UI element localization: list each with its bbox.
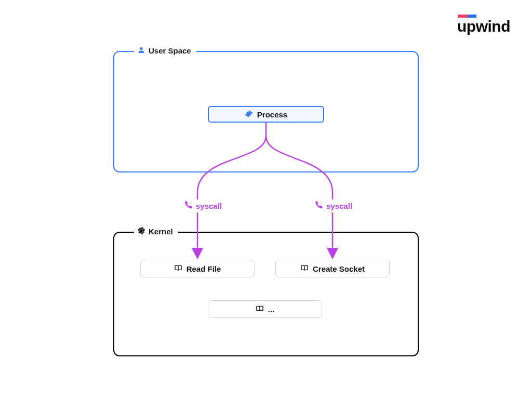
kernel-fn-read-file-label: Read File	[187, 264, 221, 273]
phone-gear-icon	[183, 201, 193, 211]
svg-point-0	[140, 47, 142, 50]
svg-point-15	[190, 202, 191, 204]
kernel-title: Kernel	[134, 227, 178, 236]
syscall-label-right: syscall	[311, 200, 355, 212]
user-icon	[137, 46, 145, 56]
syscall-label-left-text: syscall	[196, 202, 222, 210]
kernel-panel: Kernel Read File Create Socket ...	[113, 232, 419, 356]
brand-logo: upwind	[457, 15, 510, 34]
user-space-title-text: User Space	[149, 46, 191, 55]
kernel-title-text: Kernel	[149, 227, 173, 236]
phone-gear-icon	[314, 201, 323, 211]
svg-point-16	[320, 202, 322, 204]
process-label: Process	[257, 110, 287, 119]
process-node: Process	[208, 106, 324, 123]
book-icon	[174, 264, 182, 274]
book-icon	[256, 304, 264, 314]
kernel-fn-more: ...	[208, 300, 322, 318]
syscall-label-left: syscall	[180, 200, 225, 212]
kernel-fn-create-socket-label: Create Socket	[313, 264, 365, 273]
kernel-fn-read-file: Read File	[140, 260, 255, 277]
book-icon	[300, 264, 309, 274]
svg-rect-2	[140, 230, 142, 232]
brand-logo-text: upwind	[457, 19, 510, 34]
user-space-panel: User Space Process	[113, 51, 419, 172]
chip-icon	[137, 227, 145, 236]
kernel-fn-create-socket: Create Socket	[275, 260, 390, 277]
syscall-label-right-text: syscall	[326, 202, 352, 210]
user-space-title: User Space	[134, 46, 196, 56]
gear-icon	[245, 110, 253, 119]
kernel-fn-more-label: ...	[268, 305, 275, 314]
